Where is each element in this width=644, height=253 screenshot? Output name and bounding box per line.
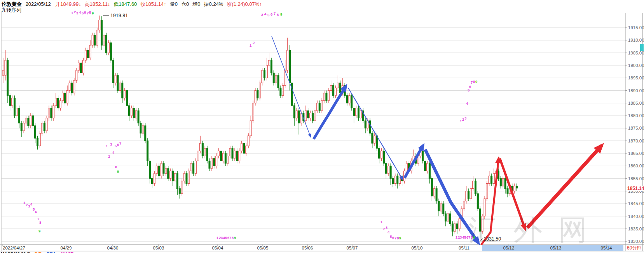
count-mark: 8	[473, 79, 475, 84]
count-mark: 9	[92, 11, 94, 15]
status-fragment: MACD(12,26,9)	[1, 251, 31, 253]
y-axis-label: 1910.00	[628, 38, 644, 42]
count-mark: 4	[79, 10, 81, 14]
quote-field: 涨(1.24)0.07%↑	[227, 1, 262, 7]
indicator-name-label: 九转序列	[1, 7, 21, 14]
quote-field: 开1849.99↓	[55, 1, 81, 7]
count-mark: 1	[106, 144, 108, 148]
quote-field: 低1847.60	[113, 1, 137, 7]
scroll-marker[interactable]	[640, 44, 644, 51]
count-mark: 4	[264, 12, 267, 16]
y-axis-label: 1860.00	[628, 163, 644, 168]
x-axis-label: 05/11	[459, 246, 469, 250]
count-mark: 9	[117, 169, 119, 174]
x-axis-label: 05/07	[347, 246, 358, 250]
count-mark: 7	[119, 141, 121, 146]
count-mark: 1	[380, 220, 383, 224]
current-price-tag: 1851.14	[627, 186, 644, 191]
count-mark: 9	[475, 79, 477, 84]
current-price-label: 1851.14	[627, 186, 644, 191]
count-mark: 8	[39, 220, 41, 225]
quote-header: 伦敦黄金 2022/05/12 开1849.99↓高1852.11↓低1847.…	[2, 1, 265, 8]
x-axis-label: 04/30	[107, 246, 119, 250]
count-mark: 6	[271, 12, 272, 16]
count-mark: 3	[28, 204, 30, 208]
count-mark: 7	[394, 236, 396, 240]
y-axis-label: 1845.00	[628, 201, 644, 206]
count-mark: 7	[471, 80, 473, 84]
count-mark: 1	[71, 11, 73, 15]
y-axis-label: 1890.00	[628, 88, 644, 93]
count-mark: 4	[387, 230, 390, 234]
x-axis-label: 04/29	[61, 246, 72, 250]
quote-field: 量0	[170, 1, 178, 7]
count-mark: 9	[399, 236, 401, 240]
count-mark: 6	[84, 10, 86, 14]
count-mark: 7	[87, 11, 89, 15]
count-mark: 3	[76, 11, 78, 15]
count-mark: 2	[74, 10, 76, 14]
count-mark: 3	[261, 12, 263, 17]
count-mark: 3	[460, 235, 462, 239]
status-fragment: DEA:	[47, 251, 57, 253]
y-axis-label: 1900.00	[628, 63, 644, 68]
y-axis-label: 1830.00	[628, 239, 644, 244]
count-mark: 6	[392, 235, 394, 240]
count-mark: 7	[274, 11, 276, 16]
quote-field: 仓0	[181, 1, 189, 7]
count-mark: 4	[30, 202, 33, 206]
y-axis-label: 1905.00	[628, 51, 644, 55]
count-mark: 9	[38, 229, 40, 233]
count-mark: 3	[110, 142, 112, 146]
y-axis-label: 1855.00	[628, 176, 644, 181]
quote-field: 高1852.11↓	[85, 1, 110, 7]
count-mark: 7	[229, 235, 231, 240]
y-axis-label: 1915.00	[628, 25, 644, 30]
count-mark: 8	[89, 10, 91, 14]
count-mark: 8	[277, 12, 279, 17]
count-mark: 2	[26, 203, 28, 207]
count-mark: 6	[35, 210, 37, 214]
x-axis-label: 05/04	[212, 246, 223, 250]
count-mark: 2	[253, 40, 255, 45]
count-mark: 3	[221, 235, 223, 240]
quote-field: 增0	[192, 1, 200, 7]
status-bar-clipped: MACD(12,26,9)DIF:DEA:MACD:	[1, 251, 623, 253]
quote-field: 振0.24%	[204, 1, 223, 7]
y-axis-label: 1870.00	[628, 139, 644, 143]
peak-price-label: 1919.81	[110, 13, 128, 18]
candlesticks	[2, 16, 518, 238]
x-axis-label: 05/03	[153, 246, 164, 250]
symbol-name: 伦敦黄金	[2, 1, 22, 7]
grid-lines	[2, 28, 626, 241]
count-mark: 8	[232, 235, 234, 240]
count-mark: 2	[462, 117, 464, 121]
watermark-logo: 汇外网	[468, 211, 604, 250]
y-axis-labels: 1915.001910.001905.001900.001895.001890.…	[625, 25, 644, 244]
count-mark: 1	[250, 43, 252, 47]
y-axis-label: 1895.00	[628, 76, 644, 80]
y-axis-label: 1885.00	[628, 101, 644, 105]
y-axis-label: 1865.00	[628, 151, 644, 156]
count-mark: 6	[469, 84, 471, 89]
y-axis-label: 1840.00	[628, 214, 644, 219]
period-selector[interactable]: 60分钟	[627, 245, 641, 251]
count-mark: 3	[464, 116, 466, 120]
y-axis-label: 1880.00	[628, 113, 644, 118]
trading-app-window: 伦敦黄金 2022/05/12 开1849.99↓高1852.11↓低1847.…	[0, 0, 644, 253]
x-axis-label: 05/05	[257, 246, 269, 250]
count-mark: 9	[234, 235, 236, 240]
count-mark: 8	[397, 236, 399, 240]
status-fragment: MACD:	[61, 251, 75, 253]
x-axis-label: 05/06	[302, 246, 313, 250]
count-mark: 3	[386, 225, 387, 230]
quote-date: 2022/05/12	[26, 1, 51, 7]
status-fragment: DIF:	[35, 251, 43, 253]
quote-fields: 开1849.99↓高1852.11↓低1847.60收1851.14↑量0仓0增…	[55, 1, 265, 7]
count-mark: 9	[280, 12, 282, 16]
y-axis-label: 1835.00	[628, 227, 644, 231]
quote-field: 收1851.14↑	[140, 1, 166, 7]
x-axis-label: 05/10	[412, 246, 423, 250]
count-mark: 4	[466, 101, 468, 105]
y-axis-label: 1875.00	[628, 126, 644, 130]
